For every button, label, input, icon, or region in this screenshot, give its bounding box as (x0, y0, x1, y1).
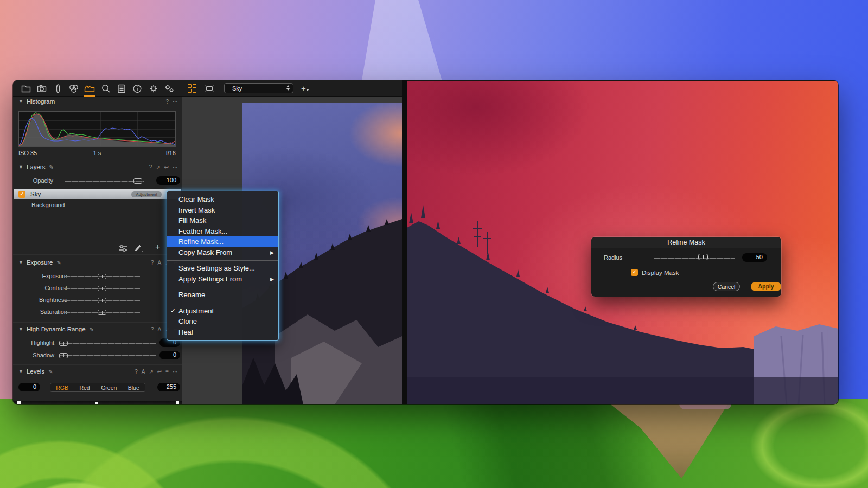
levels-header[interactable]: ▼ Levels ✎ ? A ↗ ↩ ≡ ⋯ (13, 367, 182, 376)
levels-high-value[interactable]: 255 (157, 383, 180, 391)
menu-item-rename[interactable]: Rename (167, 290, 278, 300)
menu-separator (167, 260, 278, 261)
highlight-slider-handle[interactable] (59, 341, 68, 346)
layer-row-background[interactable]: Background (14, 200, 181, 210)
saturation-slider-handle[interactable] (98, 310, 106, 315)
slider-label: Contrast (24, 285, 67, 291)
layer-select-value: Sky (232, 85, 242, 92)
brush-icon[interactable]: ✎ (57, 260, 61, 266)
layer-type-badge: Adjustment (131, 191, 162, 197)
opacity-value[interactable]: 100 (156, 176, 180, 185)
menu-item-adjustment[interactable]: ✓ Adjustment (167, 306, 278, 317)
info-icon[interactable] (131, 82, 144, 95)
auto-icon[interactable]: A (142, 369, 145, 375)
histogram-header[interactable]: ▼ Histogram ? ⋯ (13, 97, 182, 106)
shadow-slider-handle[interactable] (59, 353, 68, 358)
levels-channel-switch: RGB Red Green Blue (50, 383, 145, 392)
menu-item-heal[interactable]: Heal (167, 327, 278, 338)
help-icon[interactable]: ? (151, 260, 154, 266)
more-icon[interactable]: ⋯ (173, 164, 178, 170)
exposure-slider-handle[interactable] (98, 274, 106, 279)
layer-row-sky[interactable]: Sky Adjustment (14, 189, 181, 199)
auto-icon[interactable]: A (158, 260, 162, 266)
channel-blue[interactable]: Blue (128, 384, 139, 391)
reset-icon[interactable]: ↩ (164, 164, 169, 170)
exposure-header[interactable]: ▼ Exposure ✎ ? A ↗ ↩ (13, 258, 182, 267)
draw-mask-brush-icon[interactable] (133, 243, 144, 254)
preset-menu-icon[interactable]: ≡ (165, 369, 169, 375)
color-circles-icon[interactable] (67, 82, 80, 95)
wallpaper-green-hills (0, 399, 868, 488)
hdr-header[interactable]: ▼ High Dynamic Range ✎ ? A ↗ ↩ (13, 324, 182, 334)
menu-item-refine-mask[interactable]: Refine Mask... (167, 236, 278, 247)
metadata-icon[interactable] (115, 82, 128, 95)
copy-settings-icon[interactable]: ↗ (156, 164, 160, 170)
brush-icon[interactable]: ✎ (49, 164, 53, 170)
more-icon[interactable]: ⋯ (173, 369, 178, 375)
brightness-slider-handle[interactable] (98, 298, 106, 303)
levels-shadow-handle[interactable] (17, 401, 21, 404)
menu-item-fill-mask[interactable]: Fill Mask (167, 215, 278, 226)
hdr-title: High Dynamic Range (27, 326, 86, 332)
folder-icon[interactable] (20, 82, 33, 95)
lens-icon[interactable] (52, 82, 65, 95)
help-icon[interactable]: ? (151, 326, 154, 332)
shadow-value[interactable]: 0 (159, 351, 180, 359)
channel-red[interactable]: Red (79, 384, 90, 391)
more-icon[interactable]: ⋯ (173, 99, 178, 105)
display-mask-checkbox[interactable] (631, 269, 638, 276)
radius-slider-track[interactable] (654, 258, 735, 259)
add-layer-icon[interactable]: + (155, 242, 160, 252)
layer-context-menu: Clear Mask Invert Mask Fill Mask Feather… (167, 191, 279, 341)
menu-item-feather-mask[interactable]: Feather Mask... (167, 226, 278, 237)
adjustments-icon[interactable] (83, 82, 96, 95)
levels-low-value[interactable]: 0 (18, 383, 40, 391)
reset-icon[interactable]: ↩ (157, 369, 162, 375)
camera-icon[interactable] (35, 82, 48, 95)
apply-button[interactable]: Apply (751, 282, 781, 291)
chevron-down-icon: ▼ (18, 164, 23, 170)
grid-view-icon[interactable] (188, 84, 196, 93)
cancel-button[interactable]: Cancel (713, 282, 740, 291)
menu-item-clear-mask[interactable]: Clear Mask (167, 194, 278, 205)
histogram-title: Histogram (27, 98, 55, 105)
menu-item-save-settings-style[interactable]: Save Settings as Style... (167, 263, 278, 274)
channel-rgb[interactable]: RGB (56, 384, 68, 391)
gear-icon[interactable] (147, 82, 160, 95)
help-icon[interactable]: ? (149, 164, 152, 170)
layer-checkbox[interactable] (18, 191, 25, 198)
levels-highlight-handle[interactable] (176, 401, 179, 404)
opacity-slider-track[interactable] (65, 181, 144, 182)
help-icon[interactable]: ? (165, 99, 169, 105)
menu-item-invert-mask[interactable]: Invert Mask (167, 205, 278, 216)
auto-icon[interactable]: A (158, 326, 162, 332)
brush-icon[interactable]: ✎ (48, 369, 53, 375)
copy-settings-icon[interactable]: ↗ (149, 369, 153, 375)
radius-value[interactable]: 50 (742, 253, 767, 262)
radius-slider-handle[interactable] (698, 254, 708, 260)
channel-green[interactable]: Green (101, 384, 117, 391)
single-view-icon[interactable] (205, 85, 214, 92)
loupe-icon[interactable] (99, 82, 112, 95)
levels-mid-handle[interactable] (95, 402, 98, 404)
menu-item-apply-settings-from[interactable]: Apply Settings From ▶ (167, 274, 278, 285)
add-layer-button[interactable]: + (301, 84, 306, 93)
chevron-down-icon: ▼ (18, 369, 23, 374)
shutter-value: 1 s (18, 150, 176, 156)
layer-select-dropdown[interactable]: Sky (224, 83, 293, 93)
dialog-title: Refine Mask (591, 237, 781, 248)
layers-header[interactable]: ▼ Layers ✎ ? ↗ ↩ ⋯ (13, 162, 182, 172)
exposure-title: Exposure (27, 259, 53, 266)
opacity-slider-handle[interactable] (133, 178, 142, 184)
menu-separator (167, 287, 278, 287)
contrast-slider-handle[interactable] (98, 286, 106, 291)
mask-tools-icon[interactable] (118, 244, 127, 254)
help-icon[interactable]: ? (135, 369, 138, 375)
shadow-slider-track[interactable] (59, 355, 156, 356)
menu-item-copy-mask-from[interactable]: Copy Mask From ▶ (167, 247, 278, 258)
brush-icon[interactable]: ✎ (90, 326, 94, 332)
process-icon[interactable] (163, 82, 176, 95)
submenu-arrow-icon: ▶ (270, 248, 274, 259)
menu-item-clone[interactable]: Clone (167, 316, 278, 327)
highlight-slider-track[interactable] (59, 343, 156, 344)
